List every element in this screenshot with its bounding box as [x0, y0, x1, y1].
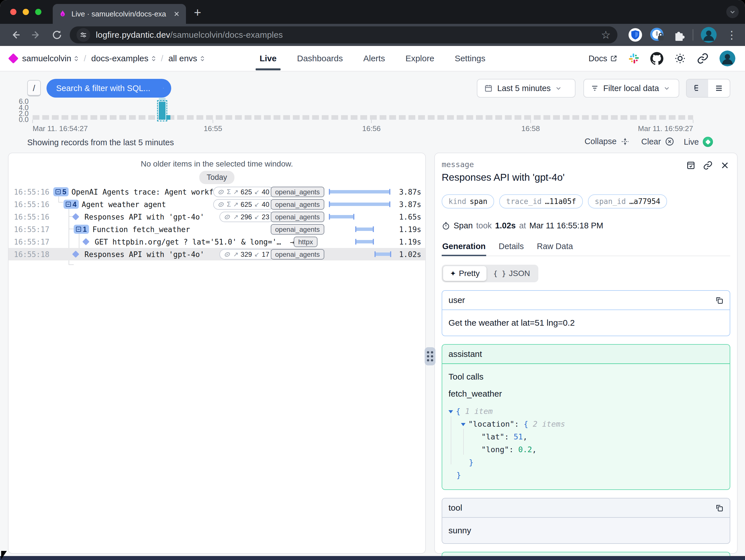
- nav-tab-live[interactable]: Live: [257, 46, 279, 71]
- copy-icon[interactable]: [715, 296, 723, 304]
- docs-link[interactable]: Docs: [588, 54, 617, 63]
- github-icon[interactable]: [650, 52, 663, 65]
- copy-icon[interactable]: [715, 503, 723, 512]
- archive-icon[interactable]: [686, 161, 696, 170]
- trace-row[interactable]: 16:55:17 GET httpbin.org/get ? lat='51.0…: [8, 236, 425, 248]
- collapse-count-badge[interactable]: 1: [74, 225, 89, 234]
- kind-chip[interactable]: kindspan: [442, 194, 494, 209]
- tab-raw-data[interactable]: Raw Data: [537, 242, 574, 256]
- minimize-window-button[interactable]: [23, 9, 29, 15]
- json-line[interactable]: { 1 item: [449, 405, 723, 417]
- trace-row-selected[interactable]: 16:55:18 Responses API with 'gpt-4o' ↗32…: [8, 248, 425, 260]
- close-window-button[interactable]: [10, 9, 17, 15]
- filter-row: / Last 5 minutes Filter local data: [0, 79, 745, 99]
- trace-row[interactable]: 16:55:16 4 Agent weather agent Σ ↗625 ↙4…: [8, 198, 425, 211]
- url-bar[interactable]: logfire.pydantic.dev/samuelcolvin/docs-e…: [70, 26, 617, 43]
- breadcrumb-org[interactable]: samuelcolvin: [22, 54, 78, 63]
- scope-tag[interactable]: openai_agents: [271, 199, 324, 210]
- trace-row[interactable]: 16:55:17 1 Function fetch_weather openai…: [8, 223, 425, 236]
- toolbar-divider: [692, 29, 693, 40]
- password-manager-extension-icon[interactable]: [650, 28, 665, 42]
- collapse-box-icon: [56, 189, 61, 194]
- share-link-icon[interactable]: [697, 53, 709, 64]
- trace-row[interactable]: 16:55:16 5 OpenAI Agents trace: Agent wo…: [8, 186, 425, 198]
- live-toggle[interactable]: Live: [684, 137, 713, 147]
- back-button[interactable]: [10, 29, 21, 40]
- slack-icon[interactable]: [628, 53, 640, 64]
- bookmark-star-icon[interactable]: ☆: [601, 29, 611, 41]
- clear-button[interactable]: Clear: [641, 137, 674, 146]
- timeline-chart[interactable]: 0.02.04.06.0Mar 11. 16:54:2716:5516:5616…: [33, 99, 693, 121]
- tool-args-json-tree[interactable]: { 1 item "location": { 2 items "lat": 51…: [449, 405, 723, 481]
- slash-shortcut-key[interactable]: /: [27, 80, 41, 96]
- list-view-button[interactable]: [708, 80, 730, 97]
- message-card-user: user Get the weather at lat=51 lng=0.2: [442, 290, 730, 336]
- span-id-chip[interactable]: span_id…a77954: [588, 194, 667, 209]
- tab-title: Live · samuelcolvin/docs-exa: [71, 10, 168, 19]
- trace-row[interactable]: 16:55:16 Responses API with 'gpt-4o' ↗29…: [8, 211, 425, 223]
- tab-close-icon[interactable]: [173, 10, 180, 18]
- tab-search-icon[interactable]: [726, 6, 739, 18]
- pretty-view-button[interactable]: ✦Pretty: [443, 266, 486, 281]
- duration-value: 1.02s: [396, 250, 421, 259]
- row-timestamp: 16:55:17: [14, 225, 49, 234]
- extensions-puzzle-icon[interactable]: [672, 28, 685, 41]
- scope-tag[interactable]: openai_agents: [271, 212, 324, 222]
- span-label[interactable]: Function fetch_weather: [92, 225, 190, 234]
- maximize-window-button[interactable]: [35, 9, 41, 15]
- json-line[interactable]: "location": { 2 items: [449, 417, 723, 430]
- trace-id-chip[interactable]: trace_id…11a05f: [499, 194, 583, 209]
- local-filter-dropdown[interactable]: Filter local data: [583, 79, 679, 98]
- collapse-count-badge[interactable]: 4: [64, 200, 79, 209]
- nav-tab-explore[interactable]: Explore: [403, 46, 436, 71]
- browser-tab[interactable]: Live · samuelcolvin/docs-exa: [53, 4, 186, 24]
- nav-tab-settings[interactable]: Settings: [452, 46, 488, 71]
- scope-tag[interactable]: httpx: [294, 237, 318, 247]
- scope-tag[interactable]: openai_agents: [271, 187, 324, 197]
- new-tab-button[interactable]: +: [194, 6, 201, 19]
- reload-button[interactable]: [52, 30, 62, 40]
- span-label[interactable]: GET httpbin.org/get ? lat='51.0' & long=…: [95, 238, 317, 246]
- theme-toggle-sun-icon[interactable]: [674, 53, 686, 64]
- span-label[interactable]: OpenAI Agents trace: Agent workflow: [71, 188, 227, 196]
- duration-value: 3.87s: [396, 200, 421, 209]
- forward-button[interactable]: [31, 29, 42, 40]
- browser-menu-icon[interactable]: ⋮: [724, 29, 739, 41]
- duration-bar: [375, 252, 391, 256]
- panel-splitter-handle[interactable]: [425, 347, 435, 365]
- search-bar[interactable]: [46, 79, 171, 98]
- window-controls[interactable]: [10, 9, 41, 15]
- tab-generation[interactable]: Generation: [442, 242, 486, 256]
- nav-tab-alerts[interactable]: Alerts: [361, 46, 387, 71]
- tree-view-button[interactable]: [687, 80, 708, 97]
- json-view-button[interactable]: { }JSON: [486, 266, 537, 281]
- tab-details[interactable]: Details: [498, 242, 524, 256]
- span-label[interactable]: Agent weather agent: [82, 200, 166, 209]
- time-range-dropdown[interactable]: Last 5 minutes: [477, 79, 576, 98]
- scope-tag[interactable]: openai_agents: [271, 224, 324, 235]
- token-usage-pill[interactable]: Σ ↗625 ↙40: [213, 199, 274, 210]
- logfire-logo[interactable]: [8, 53, 19, 64]
- duration-value: 3.87s: [396, 188, 421, 196]
- breadcrumb-env[interactable]: all envs: [168, 54, 205, 63]
- site-settings-icon[interactable]: [76, 28, 90, 42]
- token-usage-pill[interactable]: ↗296 ↙23: [219, 212, 274, 222]
- token-usage-pill[interactable]: ↗329 ↙17: [219, 249, 274, 259]
- token-usage-pill[interactable]: Σ ↗625 ↙40: [213, 187, 274, 197]
- date-chip[interactable]: Today: [199, 171, 234, 184]
- browser-profile-avatar[interactable]: [701, 27, 717, 43]
- close-icon[interactable]: [720, 161, 730, 170]
- timeline-chart-plot[interactable]: 0.02.04.06.0Mar 11. 16:54:2716:5516:5616…: [33, 99, 693, 121]
- scope-tag[interactable]: openai_agents: [271, 249, 324, 259]
- copy-link-icon[interactable]: [703, 161, 713, 170]
- search-input[interactable]: [56, 84, 163, 93]
- nav-tab-dashboards[interactable]: Dashboards: [295, 46, 345, 71]
- breadcrumb-project[interactable]: docs-examples: [91, 54, 156, 63]
- collapse-box-icon: [66, 202, 71, 207]
- span-label[interactable]: Responses API with 'gpt-4o': [85, 213, 204, 221]
- bitwarden-extension-icon[interactable]: [628, 28, 643, 42]
- collapse-button[interactable]: Collapse: [585, 137, 629, 146]
- collapse-count-badge[interactable]: 5: [53, 187, 69, 196]
- span-label[interactable]: Responses API with 'gpt-4o': [85, 250, 204, 259]
- user-avatar[interactable]: [719, 51, 735, 66]
